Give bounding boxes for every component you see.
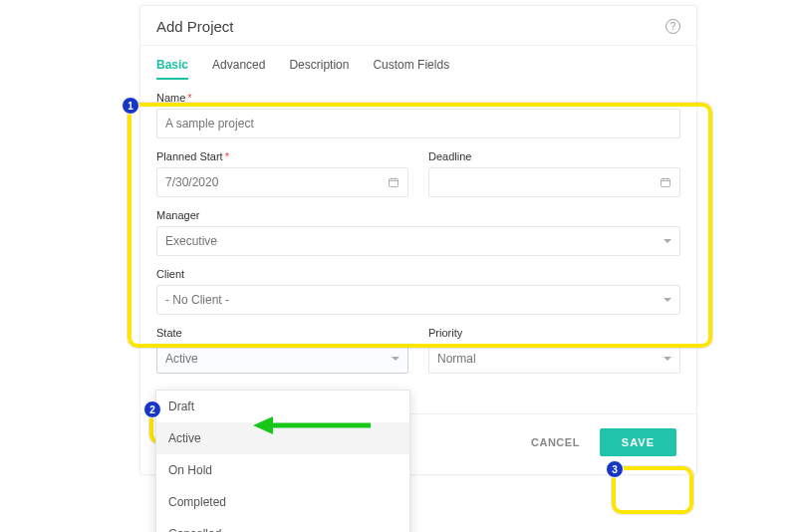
state-option-cancelled[interactable]: Cancelled (156, 518, 409, 532)
form-body: Name* A sample project Planned Start* 7/… (140, 80, 696, 390)
state-option-onhold[interactable]: On Hold (156, 454, 409, 486)
chevron-down-icon (392, 357, 399, 361)
dialog-title: Add Project (156, 18, 234, 35)
cancel-button[interactable]: CANCEL (525, 435, 586, 449)
priority-value: Normal (437, 352, 476, 366)
deadline-label: Deadline (428, 150, 680, 162)
tabs: Basic Advanced Description Custom Fields (140, 46, 696, 80)
planned-start-label: Planned Start* (156, 150, 408, 162)
help-icon[interactable]: ? (665, 19, 680, 34)
callout-number-1: 1 (122, 97, 139, 115)
callout-number-2: 2 (143, 400, 161, 418)
save-button[interactable]: SAVE (600, 428, 676, 456)
required-mark: * (225, 150, 229, 162)
state-option-active[interactable]: Active (156, 422, 409, 454)
client-label: Client (156, 268, 680, 280)
calendar-icon (660, 176, 671, 188)
tab-description[interactable]: Description (289, 58, 349, 80)
planned-start-value: 7/30/2020 (165, 175, 218, 189)
manager-value: Executive (165, 234, 217, 248)
tab-advanced[interactable]: Advanced (212, 58, 265, 80)
priority-label: Priority (428, 327, 680, 339)
svg-rect-0 (390, 179, 398, 187)
manager-select[interactable]: Executive (156, 226, 680, 256)
calendar-icon (388, 176, 399, 188)
chevron-down-icon (664, 357, 671, 361)
client-select[interactable]: - No Client - (156, 285, 680, 315)
tab-basic[interactable]: Basic (156, 58, 188, 80)
state-select[interactable]: Active (156, 344, 408, 374)
priority-select[interactable]: Normal (428, 344, 680, 374)
state-value: Active (165, 352, 198, 366)
name-label-text: Name (156, 92, 185, 104)
name-input[interactable]: A sample project (156, 109, 680, 138)
name-label: Name* (156, 92, 680, 104)
planned-start-input[interactable]: 7/30/2020 (156, 167, 408, 197)
state-dropdown: Draft Active On Hold Completed Cancelled (155, 390, 410, 532)
state-label: State (156, 327, 408, 339)
svg-rect-1 (662, 179, 670, 187)
name-value: A sample project (165, 117, 254, 131)
planned-start-label-text: Planned Start (156, 150, 223, 162)
manager-label: Manager (156, 209, 680, 221)
state-option-completed[interactable]: Completed (156, 486, 409, 518)
chevron-down-icon (664, 239, 671, 243)
deadline-input[interactable] (428, 167, 680, 197)
chevron-down-icon (664, 298, 671, 302)
state-option-draft[interactable]: Draft (156, 391, 409, 422)
required-mark: * (187, 92, 191, 104)
client-value: - No Client - (165, 293, 229, 307)
callout-number-3: 3 (606, 460, 624, 478)
dialog-header: Add Project ? (140, 6, 696, 45)
tab-custom-fields[interactable]: Custom Fields (373, 58, 449, 80)
